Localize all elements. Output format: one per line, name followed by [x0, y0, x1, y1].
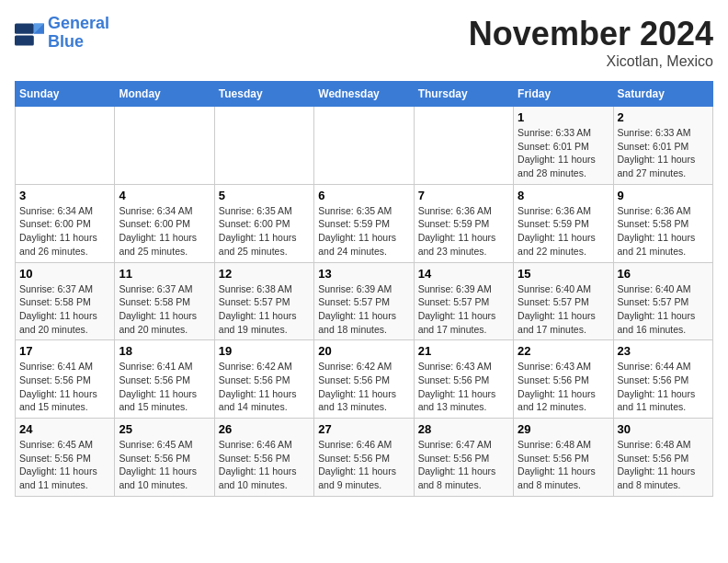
calendar-body: 1Sunrise: 6:33 AM Sunset: 6:01 PM Daylig… — [16, 107, 713, 497]
day-number: 10 — [19, 267, 110, 281]
calendar-cell: 9Sunrise: 6:36 AM Sunset: 5:58 PM Daylig… — [613, 184, 712, 262]
day-number: 18 — [119, 344, 210, 358]
svg-rect-0 — [15, 23, 34, 33]
day-info: Sunrise: 6:48 AM Sunset: 5:56 PM Dayligh… — [518, 438, 609, 492]
day-number: 27 — [318, 422, 409, 436]
svg-rect-3 — [15, 35, 34, 45]
day-info: Sunrise: 6:39 AM Sunset: 5:57 PM Dayligh… — [418, 282, 509, 337]
day-info: Sunrise: 6:34 AM Sunset: 6:00 PM Dayligh… — [119, 204, 210, 259]
day-info: Sunrise: 6:46 AM Sunset: 5:56 PM Dayligh… — [318, 438, 409, 492]
day-number: 28 — [418, 422, 509, 436]
day-info: Sunrise: 6:42 AM Sunset: 5:56 PM Dayligh… — [318, 360, 409, 414]
calendar-cell: 10Sunrise: 6:37 AM Sunset: 5:58 PM Dayli… — [16, 262, 115, 340]
calendar-week-row: 17Sunrise: 6:41 AM Sunset: 5:56 PM Dayli… — [16, 340, 713, 419]
calendar-cell: 14Sunrise: 6:39 AM Sunset: 5:57 PM Dayli… — [414, 262, 513, 340]
day-number: 12 — [219, 267, 310, 281]
day-number: 17 — [19, 344, 110, 358]
day-info: Sunrise: 6:34 AM Sunset: 6:00 PM Dayligh… — [19, 204, 110, 259]
day-number: 20 — [318, 344, 409, 358]
calendar-cell: 23Sunrise: 6:44 AM Sunset: 5:56 PM Dayli… — [613, 340, 712, 419]
day-info: Sunrise: 6:38 AM Sunset: 5:57 PM Dayligh… — [219, 282, 310, 337]
day-number: 6 — [318, 189, 409, 202]
day-number: 25 — [119, 422, 210, 436]
calendar-cell: 2Sunrise: 6:33 AM Sunset: 6:01 PM Daylig… — [613, 107, 712, 185]
day-info: Sunrise: 6:42 AM Sunset: 5:56 PM Dayligh… — [219, 360, 310, 414]
day-info: Sunrise: 6:46 AM Sunset: 5:56 PM Dayligh… — [219, 438, 310, 492]
day-info: Sunrise: 6:41 AM Sunset: 5:56 PM Dayligh… — [119, 360, 210, 414]
day-number: 4 — [119, 189, 210, 202]
calendar-cell: 17Sunrise: 6:41 AM Sunset: 5:56 PM Dayli… — [16, 340, 115, 419]
weekday-header-cell: Friday — [514, 82, 613, 107]
day-number: 14 — [418, 267, 509, 281]
day-info: Sunrise: 6:40 AM Sunset: 5:57 PM Dayligh… — [518, 282, 609, 337]
calendar-cell: 22Sunrise: 6:43 AM Sunset: 5:56 PM Dayli… — [514, 340, 613, 419]
page-header: General Blue November 2024 Xicotlan, Mex… — [15, 15, 713, 70]
calendar-cell: 6Sunrise: 6:35 AM Sunset: 5:59 PM Daylig… — [314, 184, 414, 262]
calendar-cell — [115, 107, 214, 185]
calendar-cell: 29Sunrise: 6:48 AM Sunset: 5:56 PM Dayli… — [514, 419, 613, 497]
day-number: 7 — [418, 189, 509, 202]
day-info: Sunrise: 6:37 AM Sunset: 5:58 PM Dayligh… — [19, 282, 110, 337]
day-number: 30 — [618, 422, 709, 436]
day-number: 21 — [418, 344, 509, 358]
day-info: Sunrise: 6:45 AM Sunset: 5:56 PM Dayligh… — [119, 438, 210, 492]
calendar-cell: 16Sunrise: 6:40 AM Sunset: 5:57 PM Dayli… — [613, 262, 712, 340]
calendar-cell: 15Sunrise: 6:40 AM Sunset: 5:57 PM Dayli… — [514, 262, 613, 340]
calendar-cell: 4Sunrise: 6:34 AM Sunset: 6:00 PM Daylig… — [115, 184, 214, 262]
day-number: 1 — [518, 110, 609, 124]
calendar-cell: 19Sunrise: 6:42 AM Sunset: 5:56 PM Dayli… — [214, 340, 313, 419]
calendar-cell — [314, 107, 414, 185]
day-info: Sunrise: 6:36 AM Sunset: 5:59 PM Dayligh… — [518, 204, 609, 259]
day-number: 5 — [219, 189, 310, 202]
day-info: Sunrise: 6:43 AM Sunset: 5:56 PM Dayligh… — [418, 360, 509, 414]
day-info: Sunrise: 6:33 AM Sunset: 6:01 PM Dayligh… — [618, 126, 709, 180]
calendar-cell — [214, 107, 313, 185]
calendar-week-row: 1Sunrise: 6:33 AM Sunset: 6:01 PM Daylig… — [16, 107, 713, 185]
day-info: Sunrise: 6:44 AM Sunset: 5:56 PM Dayligh… — [618, 360, 709, 414]
calendar-cell: 25Sunrise: 6:45 AM Sunset: 5:56 PM Dayli… — [115, 419, 214, 497]
calendar-cell: 21Sunrise: 6:43 AM Sunset: 5:56 PM Dayli… — [414, 340, 513, 419]
day-number: 3 — [19, 189, 110, 202]
day-number: 24 — [19, 422, 110, 436]
day-number: 29 — [518, 422, 609, 436]
day-info: Sunrise: 6:36 AM Sunset: 5:58 PM Dayligh… — [618, 204, 709, 259]
day-number: 16 — [618, 267, 709, 281]
calendar-cell: 11Sunrise: 6:37 AM Sunset: 5:58 PM Dayli… — [115, 262, 214, 340]
day-info: Sunrise: 6:33 AM Sunset: 6:01 PM Dayligh… — [518, 126, 609, 180]
calendar-cell: 13Sunrise: 6:39 AM Sunset: 5:57 PM Dayli… — [314, 262, 414, 340]
day-info: Sunrise: 6:36 AM Sunset: 5:59 PM Dayligh… — [418, 204, 509, 259]
day-info: Sunrise: 6:45 AM Sunset: 5:56 PM Dayligh… — [19, 438, 110, 492]
weekday-header-cell: Thursday — [414, 82, 513, 107]
weekday-header-cell: Saturday — [613, 82, 712, 107]
day-number: 26 — [219, 422, 310, 436]
calendar-cell: 28Sunrise: 6:47 AM Sunset: 5:56 PM Dayli… — [414, 419, 513, 497]
calendar-cell: 20Sunrise: 6:42 AM Sunset: 5:56 PM Dayli… — [314, 340, 414, 419]
day-info: Sunrise: 6:47 AM Sunset: 5:56 PM Dayligh… — [418, 438, 509, 492]
day-info: Sunrise: 6:35 AM Sunset: 5:59 PM Dayligh… — [318, 204, 409, 259]
calendar-cell: 24Sunrise: 6:45 AM Sunset: 5:56 PM Dayli… — [16, 419, 115, 497]
calendar-cell: 30Sunrise: 6:48 AM Sunset: 5:56 PM Dayli… — [613, 419, 712, 497]
day-info: Sunrise: 6:39 AM Sunset: 5:57 PM Dayligh… — [318, 282, 409, 337]
title-block: November 2024 Xicotlan, Mexico — [469, 15, 713, 70]
calendar-week-row: 3Sunrise: 6:34 AM Sunset: 6:00 PM Daylig… — [16, 184, 713, 262]
day-number: 11 — [119, 267, 210, 281]
calendar-cell: 18Sunrise: 6:41 AM Sunset: 5:56 PM Dayli… — [115, 340, 214, 419]
day-info: Sunrise: 6:48 AM Sunset: 5:56 PM Dayligh… — [618, 438, 709, 492]
day-number: 13 — [318, 267, 409, 281]
weekday-header-cell: Wednesday — [314, 82, 414, 107]
day-info: Sunrise: 6:40 AM Sunset: 5:57 PM Dayligh… — [618, 282, 709, 337]
day-number: 19 — [219, 344, 310, 358]
calendar-cell — [414, 107, 513, 185]
day-info: Sunrise: 6:37 AM Sunset: 5:58 PM Dayligh… — [119, 282, 210, 337]
logo-icon — [15, 20, 44, 46]
day-number: 9 — [618, 189, 709, 202]
day-number: 22 — [518, 344, 609, 358]
calendar-cell: 8Sunrise: 6:36 AM Sunset: 5:59 PM Daylig… — [514, 184, 613, 262]
day-number: 15 — [518, 267, 609, 281]
weekday-header-cell: Monday — [115, 82, 214, 107]
logo-text: General Blue — [48, 15, 109, 52]
weekday-header-row: SundayMondayTuesdayWednesdayThursdayFrid… — [16, 82, 713, 107]
day-number: 2 — [618, 110, 709, 124]
weekday-header-cell: Tuesday — [214, 82, 313, 107]
calendar-cell: 26Sunrise: 6:46 AM Sunset: 5:56 PM Dayli… — [214, 419, 313, 497]
